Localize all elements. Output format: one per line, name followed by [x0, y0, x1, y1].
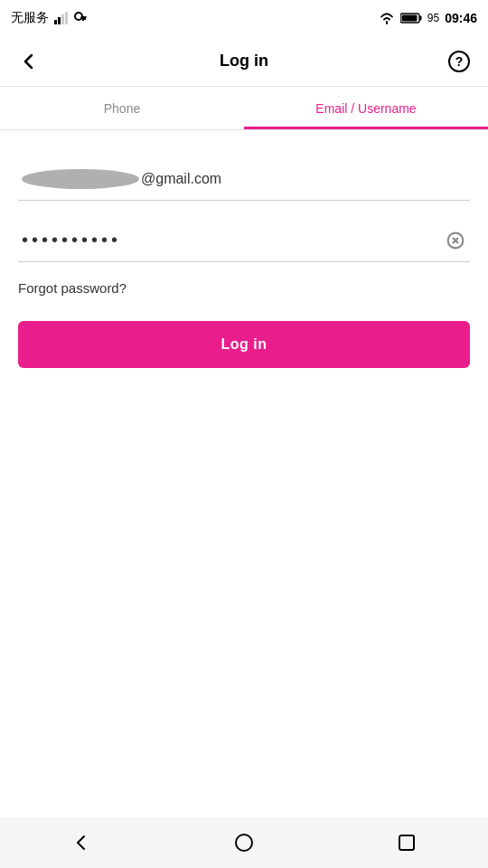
svg-rect-17	[399, 835, 414, 850]
app-bar: Log in ?	[0, 36, 488, 87]
svg-rect-9	[419, 16, 421, 21]
password-input-group	[18, 219, 470, 262]
svg-point-16	[236, 835, 252, 851]
svg-rect-7	[82, 18, 84, 21]
email-redacted	[22, 169, 139, 189]
nav-recent-button[interactable]	[380, 825, 434, 861]
battery-icon	[400, 12, 422, 24]
svg-rect-6	[84, 18, 86, 20]
key-icon	[74, 12, 87, 24]
svg-rect-1	[58, 17, 61, 24]
email-display[interactable]: @gmail.com	[18, 157, 470, 201]
clear-password-button[interactable]	[441, 226, 470, 255]
status-time: 09:46	[445, 11, 477, 25]
forgot-password-link[interactable]: Forgot password?	[18, 280, 470, 296]
tab-phone-label: Phone	[104, 101, 140, 116]
svg-rect-5	[81, 16, 87, 18]
status-right-icons: 95 09:46	[379, 11, 477, 25]
svg-rect-2	[61, 14, 64, 24]
battery-percent: 95	[427, 12, 439, 24]
status-carrier: 无服务	[11, 10, 87, 26]
svg-rect-0	[54, 20, 57, 24]
form-area: @gmail.com Forgot password? Log in	[0, 130, 488, 386]
email-input-group: @gmail.com	[18, 157, 470, 201]
svg-rect-3	[65, 12, 68, 24]
password-wrapper	[18, 219, 470, 262]
nav-back-button[interactable]	[54, 825, 108, 861]
wifi-icon	[379, 12, 395, 24]
login-button[interactable]: Log in	[18, 321, 470, 368]
page-title: Log in	[220, 52, 268, 71]
svg-rect-10	[401, 15, 417, 22]
tab-email-label: Email / Username	[315, 101, 416, 116]
status-bar: 无服务 95 09:46	[0, 0, 488, 36]
help-button[interactable]: ?	[445, 47, 474, 76]
tab-phone[interactable]: Phone	[0, 87, 244, 129]
signal-icon	[54, 12, 69, 24]
forgot-password-text: Forgot password?	[18, 280, 127, 296]
email-suffix: @gmail.com	[141, 171, 221, 187]
tab-email[interactable]: Email / Username	[244, 87, 488, 129]
tab-bar: Phone Email / Username	[0, 87, 488, 130]
bottom-nav	[0, 817, 488, 868]
carrier-text: 无服务	[11, 10, 49, 26]
svg-text:?: ?	[455, 54, 464, 69]
password-input[interactable]	[18, 219, 441, 261]
nav-home-button[interactable]	[217, 825, 271, 861]
back-button[interactable]	[14, 47, 43, 76]
